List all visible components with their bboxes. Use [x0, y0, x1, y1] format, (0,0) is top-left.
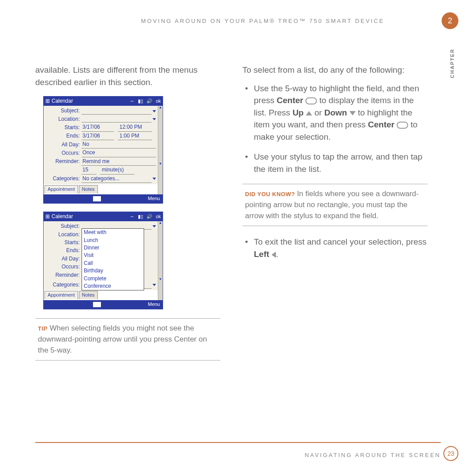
footer-section-title: NAVIGATING AROUND THE SCREEN	[35, 442, 441, 458]
ends-time[interactable]: 1:00 PM	[118, 132, 152, 140]
connectivity-icon: ↔	[130, 98, 134, 104]
starts-time[interactable]: 12:00 PM	[118, 123, 152, 131]
right-column: To select from a list, do any of the fol…	[242, 64, 428, 361]
palm-screenshot-2: ⊞ Calendar ↔ ▮▯ 🔊 ok Subject: Locati	[43, 212, 163, 309]
dropdown-arrow-icon[interactable]	[152, 110, 156, 112]
center-button-icon	[305, 97, 317, 104]
categories-label: Categories:	[45, 175, 82, 182]
location-label: Location:	[45, 231, 82, 238]
palm2-title: Calendar	[52, 213, 73, 220]
location-field[interactable]	[82, 116, 152, 123]
allday-label: All Day:	[45, 141, 82, 149]
bullet-3: To exit the list and cancel your selecti…	[242, 236, 428, 260]
chapter-badge: 2	[442, 12, 458, 29]
tip-label: TIP	[38, 325, 48, 332]
ok-button[interactable]: ok	[156, 98, 161, 104]
up-arrow-icon	[306, 111, 312, 115]
allday-field[interactable]: No	[82, 141, 156, 149]
menu-softkey[interactable]: Menu	[148, 195, 160, 202]
reminder-label: Reminder:	[45, 158, 82, 165]
tab-notes[interactable]: Notes	[79, 185, 98, 193]
left-column: available. Lists are different from the …	[35, 64, 220, 361]
tab-notes[interactable]: Notes	[79, 291, 98, 299]
starts-label: Starts:	[45, 124, 82, 131]
categories-label: Categories:	[45, 281, 82, 289]
list-item[interactable]: Complete	[82, 275, 144, 283]
bullet-2: Use your stylus to tap the arrow, and th…	[242, 151, 428, 175]
starts-date[interactable]: 3/17/06	[82, 123, 114, 131]
ends-label: Ends:	[45, 247, 82, 254]
subject-dropdown-list[interactable]: Meet with Lunch Dinner Visit Call Birthd…	[82, 228, 144, 290]
scroll-down-icon[interactable]: ▼	[158, 278, 163, 281]
tip-box: TIP When selecting fields you might not …	[35, 318, 220, 361]
list-item[interactable]: Visit	[82, 252, 144, 259]
windows-flag-icon: ⊞	[45, 213, 50, 220]
scroll-up-icon[interactable]: ▲	[158, 221, 163, 225]
signal-icon: ▮▯	[138, 214, 143, 219]
ends-label: Ends:	[45, 132, 82, 140]
menu-softkey[interactable]: Menu	[148, 301, 160, 308]
reminder-label: Reminder:	[45, 271, 82, 279]
chapter-label: CHAPTER	[450, 48, 455, 78]
list-item[interactable]: Conference	[82, 283, 144, 290]
subject-field[interactable]	[82, 108, 152, 115]
running-header: MOVING AROUND ON YOUR PALM® TREO™ 750 SM…	[141, 18, 441, 24]
bullet-1: Use the 5-way to highlight the field, an…	[242, 82, 428, 143]
tip-text: When selecting fields you might not see …	[38, 324, 207, 354]
scroll-down-icon[interactable]: ▼	[158, 162, 163, 166]
page-number-badge: 23	[443, 446, 458, 461]
signal-icon: ▮▯	[138, 98, 143, 104]
list-item[interactable]: Lunch	[82, 237, 144, 244]
dropdown-arrow-icon[interactable]	[152, 178, 156, 180]
keyboard-icon[interactable]	[93, 302, 101, 307]
connectivity-icon: ↔	[130, 214, 134, 219]
reminder-field[interactable]: Remind me	[82, 158, 156, 166]
list-item[interactable]: Call	[82, 260, 144, 267]
tab-appointment[interactable]: Appointment	[45, 291, 78, 299]
occurs-label: Occurs:	[45, 263, 82, 271]
starts-label: Starts:	[45, 239, 82, 246]
left-arrow-icon	[271, 252, 276, 258]
speaker-icon: 🔊	[146, 214, 152, 219]
occurs-label: Occurs:	[45, 149, 82, 157]
intro-left: available. Lists are different from the …	[35, 64, 220, 88]
list-item[interactable]: Birthday	[82, 267, 144, 275]
windows-flag-icon: ⊞	[45, 97, 50, 105]
speaker-icon: 🔊	[146, 98, 152, 104]
dropdown-arrow-icon[interactable]	[152, 225, 156, 227]
palm1-title: Calendar	[52, 97, 73, 105]
location-label: Location:	[45, 115, 82, 123]
subject-label: Subject:	[45, 223, 82, 230]
occurs-field[interactable]: Once	[82, 149, 156, 157]
list-item[interactable]: Dinner	[82, 244, 144, 252]
reminder-unit[interactable]: minute(s)	[100, 166, 134, 174]
dyk-label: DID YOU KNOW?	[245, 191, 295, 197]
palm-screenshot-1: ⊞ Calendar ↔ ▮▯ 🔊 ok Subject: Locati	[43, 96, 163, 204]
scroll-up-icon[interactable]: ▲	[158, 106, 163, 109]
subject-label: Subject:	[45, 107, 82, 115]
down-arrow-icon	[350, 111, 356, 115]
center-button-icon	[397, 122, 408, 129]
ok-button[interactable]: ok	[156, 214, 161, 219]
reminder-qty[interactable]: 15	[82, 166, 97, 174]
list-item[interactable]: Meet with	[82, 229, 144, 236]
ends-date[interactable]: 3/17/06	[82, 132, 114, 140]
allday-label: All Day:	[45, 255, 82, 263]
did-you-know-box: DID YOU KNOW? In fields where you see a …	[242, 184, 428, 226]
dropdown-arrow-icon[interactable]	[152, 284, 156, 286]
keyboard-icon[interactable]	[93, 196, 101, 201]
categories-field[interactable]: No categories...	[82, 175, 152, 183]
tab-appointment[interactable]: Appointment	[45, 185, 78, 193]
intro-right: To select from a list, do any of the fol…	[242, 64, 428, 76]
dropdown-arrow-icon[interactable]	[152, 118, 156, 120]
